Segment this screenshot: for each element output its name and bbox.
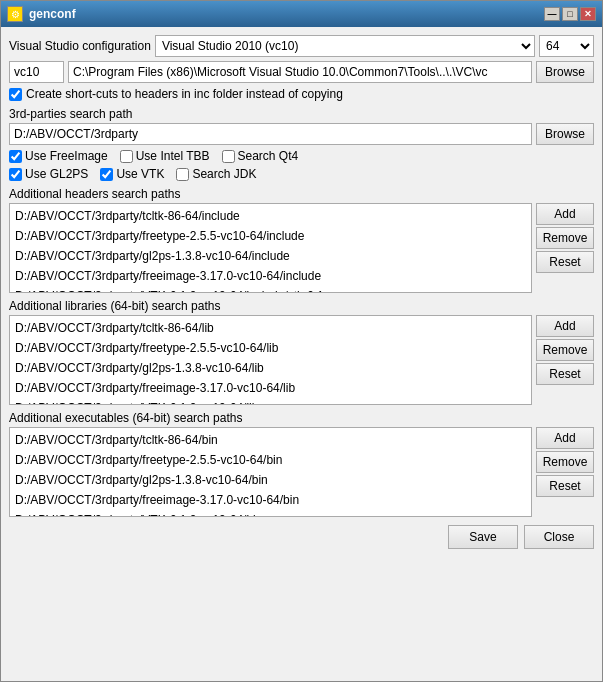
shortcut-checkbox-row: Create short-cuts to headers in inc fold…	[9, 87, 594, 101]
list-item[interactable]: D:/ABV/OCCT/3rdparty/tcltk-86-64/bin	[12, 430, 529, 450]
list-item[interactable]: D:/ABV/OCCT/3rdparty/VTK-6.1.0-vc10-64/l…	[12, 398, 529, 405]
vtk-checkbox-item: Use VTK	[100, 167, 164, 181]
vc-input[interactable]	[9, 61, 64, 83]
list-item[interactable]: D:/ABV/OCCT/3rdparty/tcltk-86-64/lib	[12, 318, 529, 338]
executables-buttons: Add Remove Reset	[536, 427, 594, 517]
gl2ps-label: Use GL2PS	[25, 167, 88, 181]
vs-config-row: Visual Studio configuration Visual Studi…	[9, 35, 594, 57]
intel-tbb-checkbox[interactable]	[120, 150, 133, 163]
headers-buttons: Add Remove Reset	[536, 203, 594, 293]
close-window-button[interactable]: ✕	[580, 7, 596, 21]
free-image-label: Use FreeImage	[25, 149, 108, 163]
vtk-checkbox[interactable]	[100, 168, 113, 181]
list-item[interactable]: D:/ABV/OCCT/3rdparty/freeimage-3.17.0-vc…	[12, 266, 529, 286]
gl2ps-checkbox-item: Use GL2PS	[9, 167, 88, 181]
app-icon: ⚙	[7, 6, 23, 22]
libraries-reset-button[interactable]: Reset	[536, 363, 594, 385]
thirdparty-path-input[interactable]	[9, 123, 532, 145]
executables-section: Additional executables (64-bit) search p…	[9, 409, 594, 517]
executables-list-area: D:/ABV/OCCT/3rdparty/tcltk-86-64/binD:/A…	[9, 427, 594, 517]
executables-list[interactable]: D:/ABV/OCCT/3rdparty/tcltk-86-64/binD:/A…	[9, 427, 532, 517]
bottom-buttons-area: Save Close	[9, 521, 594, 549]
search-qt4-checkbox[interactable]	[222, 150, 235, 163]
headers-reset-button[interactable]: Reset	[536, 251, 594, 273]
search-qt4-label: Search Qt4	[238, 149, 299, 163]
vs-config-label: Visual Studio configuration	[9, 39, 151, 53]
headers-section-label: Additional headers search paths	[9, 187, 594, 201]
search-qt4-checkbox-item: Search Qt4	[222, 149, 299, 163]
studio-browse-button[interactable]: Browse	[536, 61, 594, 83]
libraries-buttons: Add Remove Reset	[536, 315, 594, 405]
list-item[interactable]: D:/ABV/OCCT/3rdparty/freeimage-3.17.0-vc…	[12, 490, 529, 510]
executables-reset-button[interactable]: Reset	[536, 475, 594, 497]
free-image-checkbox-item: Use FreeImage	[9, 149, 108, 163]
list-item[interactable]: D:/ABV/OCCT/3rdparty/VTK-6.1.0-vc10-64/i…	[12, 286, 529, 293]
list-item[interactable]: D:/ABV/OCCT/3rdparty/VTK-6.1.0-vc10-64/b…	[12, 510, 529, 517]
libraries-list[interactable]: D:/ABV/OCCT/3rdparty/tcltk-86-64/libD:/A…	[9, 315, 532, 405]
bits-select[interactable]: 64 32	[539, 35, 594, 57]
libraries-list-area: D:/ABV/OCCT/3rdparty/tcltk-86-64/libD:/A…	[9, 315, 594, 405]
minimize-button[interactable]: —	[544, 7, 560, 21]
thirdparty-section: 3rd-parties search path Browse	[9, 105, 594, 145]
maximize-button[interactable]: □	[562, 7, 578, 21]
list-item[interactable]: D:/ABV/OCCT/3rdparty/gl2ps-1.3.8-vc10-64…	[12, 358, 529, 378]
vs-version-select[interactable]: Visual Studio 2010 (vc10) Visual Studio …	[155, 35, 535, 57]
list-item[interactable]: D:/ABV/OCCT/3rdparty/freetype-2.5.5-vc10…	[12, 450, 529, 470]
window-title: genconf	[29, 7, 76, 21]
thirdparty-label: 3rd-parties search path	[9, 107, 594, 121]
libraries-remove-button[interactable]: Remove	[536, 339, 594, 361]
thirdparty-browse-button[interactable]: Browse	[536, 123, 594, 145]
search-jdk-checkbox-item: Search JDK	[176, 167, 256, 181]
headers-list[interactable]: D:/ABV/OCCT/3rdparty/tcltk-86-64/include…	[9, 203, 532, 293]
list-item[interactable]: D:/ABV/OCCT/3rdparty/freetype-2.5.5-vc10…	[12, 226, 529, 246]
intel-tbb-label: Use Intel TBB	[136, 149, 210, 163]
checkbox-group-row2: Use GL2PS Use VTK Search JDK	[9, 167, 594, 181]
main-content: Visual Studio configuration Visual Studi…	[1, 27, 602, 681]
free-image-checkbox[interactable]	[9, 150, 22, 163]
headers-section: Additional headers search paths D:/ABV/O…	[9, 185, 594, 293]
list-item[interactable]: D:/ABV/OCCT/3rdparty/tcltk-86-64/include	[12, 206, 529, 226]
main-window: ⚙ genconf — □ ✕ Visual Studio configurat…	[0, 0, 603, 682]
search-jdk-label: Search JDK	[192, 167, 256, 181]
list-item[interactable]: D:/ABV/OCCT/3rdparty/freetype-2.5.5-vc10…	[12, 338, 529, 358]
vtk-label: Use VTK	[116, 167, 164, 181]
save-button[interactable]: Save	[448, 525, 518, 549]
gl2ps-checkbox[interactable]	[9, 168, 22, 181]
list-item[interactable]: D:/ABV/OCCT/3rdparty/gl2ps-1.3.8-vc10-64…	[12, 470, 529, 490]
shortcut-label: Create short-cuts to headers in inc fold…	[26, 87, 343, 101]
studio-path-input[interactable]	[68, 61, 532, 83]
executables-remove-button[interactable]: Remove	[536, 451, 594, 473]
thirdparty-path-row: Browse	[9, 123, 594, 145]
executables-add-button[interactable]: Add	[536, 427, 594, 449]
list-item[interactable]: D:/ABV/OCCT/3rdparty/gl2ps-1.3.8-vc10-64…	[12, 246, 529, 266]
headers-list-area: D:/ABV/OCCT/3rdparty/tcltk-86-64/include…	[9, 203, 594, 293]
vc-path-row: Browse	[9, 61, 594, 83]
headers-remove-button[interactable]: Remove	[536, 227, 594, 249]
title-bar: ⚙ genconf — □ ✕	[1, 1, 602, 27]
libraries-section: Additional libraries (64-bit) search pat…	[9, 297, 594, 405]
shortcut-checkbox[interactable]	[9, 88, 22, 101]
executables-section-label: Additional executables (64-bit) search p…	[9, 411, 594, 425]
checkbox-group-row1: Use FreeImage Use Intel TBB Search Qt4	[9, 149, 594, 163]
search-jdk-checkbox[interactable]	[176, 168, 189, 181]
list-item[interactable]: D:/ABV/OCCT/3rdparty/freeimage-3.17.0-vc…	[12, 378, 529, 398]
libraries-add-button[interactable]: Add	[536, 315, 594, 337]
headers-add-button[interactable]: Add	[536, 203, 594, 225]
libraries-section-label: Additional libraries (64-bit) search pat…	[9, 299, 594, 313]
close-button[interactable]: Close	[524, 525, 594, 549]
intel-tbb-checkbox-item: Use Intel TBB	[120, 149, 210, 163]
